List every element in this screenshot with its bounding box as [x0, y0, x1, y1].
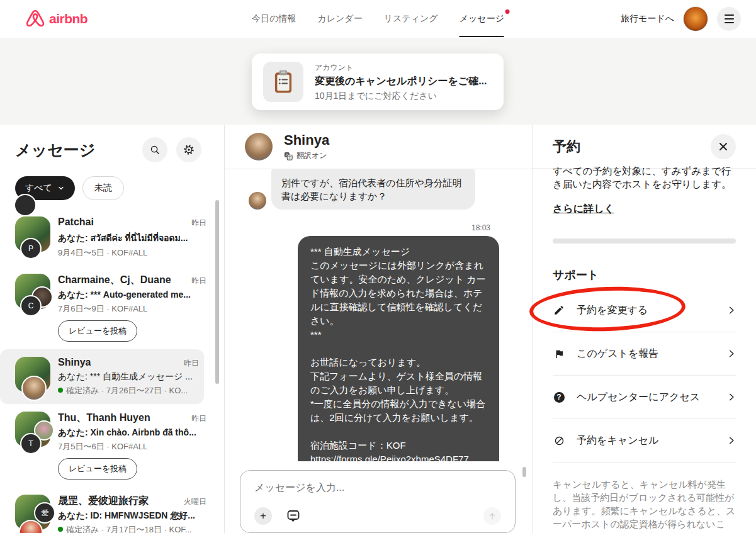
airbnb-belo-icon — [25, 9, 45, 29]
conversation-preview: あなた: สวัสดีค่ะ ที่นี่ไม่มีที่จอดม... — [58, 231, 206, 245]
support-row-help-center[interactable]: ? ヘルプセンターにアクセス — [553, 376, 736, 419]
incoming-message-bubble: 別件ですが、宿泊代表者の住所や身分証明書は必要になりますか？ — [271, 169, 475, 210]
learn-more-link[interactable]: さらに詳しく — [553, 203, 614, 216]
conversation-preview: あなた: *** 自動生成メッセージ ... — [58, 371, 199, 383]
avatar: 爱 — [15, 495, 50, 530]
unread-notification-dot — [505, 9, 510, 14]
message-timestamp: 18:03 — [249, 223, 490, 232]
conversation-time: 昨日 — [191, 218, 206, 228]
conversation-item-shenggang[interactable]: 爱 晟罡、爱彼迎旅行家 火曜日 あなた: ID: HMFNWJSEDN 您好..… — [0, 487, 224, 533]
confirmed-dot — [58, 388, 63, 393]
messages-sidebar: メッセージ すべて — [0, 125, 225, 533]
nav-item-listings[interactable]: リスティング — [384, 1, 438, 37]
support-section-title: サポート — [553, 267, 736, 283]
main-layout: メッセージ すべて — [0, 125, 756, 533]
airbnb-wordmark: airbnb — [49, 11, 87, 26]
message-composer: + — [240, 470, 516, 533]
conversation-meta: 7月6日〜9日 · KOF#ALL — [58, 303, 206, 315]
avatar — [15, 357, 50, 392]
nav-item-today[interactable]: 今日の情報 — [252, 1, 296, 37]
close-icon — [719, 142, 728, 151]
travel-mode-link[interactable]: 旅行モードへ — [621, 13, 674, 25]
panel-title: 予約 — [553, 137, 580, 156]
chevron-right-icon — [727, 306, 736, 315]
conversation-name: Patchai — [58, 216, 94, 228]
conversation-meta: 7月5日〜6日 · KOF#ALL — [58, 441, 206, 452]
menu-button[interactable] — [717, 7, 741, 31]
banner-text: アカウント 変更後のキャンセルポリシーをご確... 10月1日までにご対応くださ… — [315, 62, 487, 102]
conversation-meta: 9月4日〜5日 · KOF#ALL — [58, 247, 206, 259]
reservation-panel: 予約 すべての予約を対象に、すみずみまで行き届いた内容でホストをお守りします。 … — [532, 125, 756, 533]
quick-replies-button[interactable] — [286, 508, 301, 524]
conversation-time: 昨日 — [191, 413, 206, 424]
conversation-time: 昨日 — [191, 276, 206, 286]
account-notification-card[interactable]: アカウント 変更後のキャンセルポリシーをご確... 10月1日までにご対応くださ… — [252, 53, 504, 110]
conversation-preview: あなた: ID: HMFNWJSEDN 您好... — [58, 510, 206, 522]
nav-item-calendar[interactable]: カレンダー — [317, 1, 362, 37]
translate-icon: A文 — [284, 152, 293, 160]
top-navbar: airbnb 今日の情報 カレンダー リスティング メッセージ 旅行モードへ — [0, 0, 756, 38]
support-row-change-reservation[interactable]: 予約を変更する — [553, 289, 736, 332]
chevron-right-icon — [727, 349, 736, 358]
translation-label: 翻訳オン — [296, 150, 327, 161]
send-arrow-icon — [488, 512, 497, 520]
support-row-report-guest[interactable]: このゲストを報告 — [553, 332, 736, 376]
chevron-right-icon — [727, 393, 736, 401]
support-row-cancel-reservation[interactable]: 予約をキャンセル — [553, 419, 736, 463]
chevron-down-icon — [57, 184, 65, 192]
banner-title: 変更後のキャンセルポリシーをご確... — [315, 75, 487, 88]
airbnb-logo[interactable]: airbnb — [25, 9, 87, 29]
message-input[interactable] — [254, 482, 501, 493]
section-progress-bar — [553, 238, 736, 244]
conversation-preview: あなた: Xin chào. Airbnb đã thô... — [58, 427, 206, 439]
avatar: T — [15, 412, 50, 447]
conversation-item-charmaine[interactable]: C Charmaine、Cj、Duane 昨日 あなた: *** Auto-ge… — [0, 266, 224, 349]
svg-text:文: 文 — [288, 155, 291, 159]
send-button[interactable] — [483, 507, 501, 525]
conversation-meta: 確定済み · 7月17日〜18日 · KOF... — [58, 524, 206, 533]
search-button[interactable] — [142, 137, 167, 162]
gear-icon — [183, 144, 195, 155]
aircover-description: すべての予約を対象に、すみずみまで行き届いた内容でホストをお守りします。 — [553, 164, 736, 191]
peer-name: Shinya — [284, 132, 329, 149]
translation-toggle[interactable]: A文 翻訳オン — [284, 150, 329, 161]
conversation-time: 火曜日 — [184, 497, 206, 507]
post-review-button[interactable]: レビューを投稿 — [58, 458, 137, 480]
message-settings-button[interactable] — [176, 137, 201, 162]
banner-category: アカウント — [315, 62, 487, 73]
support-list: 予約を変更する このゲストを報告 — [553, 289, 736, 463]
incoming-message-row: 別件ですが、宿泊代表者の住所や身分証明書は必要になりますか？ — [249, 169, 499, 210]
block-icon — [553, 435, 565, 446]
search-icon — [150, 145, 161, 155]
nav-right: 旅行モードへ — [621, 6, 741, 31]
conversation-item-shinya[interactable]: Shinya 昨日 あなた: *** 自動生成メッセージ ... 確定済み · … — [0, 349, 204, 404]
conversation-name: Thu、Thanh Huyen — [58, 412, 150, 425]
quick-replies-icon — [286, 508, 301, 524]
nav-menu: 今日の情報 カレンダー リスティング メッセージ — [252, 1, 504, 37]
cancel-policy-warning: キャンセルすると、キャンセル料が発生し、当該予約日がブロックされる可能性がありま… — [553, 478, 736, 533]
banner-deadline: 10月1日までにご対応ください — [315, 91, 487, 102]
chevron-right-icon — [727, 436, 736, 445]
nav-item-messages[interactable]: メッセージ — [460, 1, 504, 37]
filter-unread-button[interactable]: 未読 — [82, 176, 124, 200]
chat-header: Shinya A文 翻訳オン — [225, 125, 532, 169]
chat-column: Shinya A文 翻訳オン 別件ですが、宿泊代表者の住所や身分証明書は必要にな… — [225, 125, 532, 533]
chat-scrollbar[interactable] — [522, 467, 526, 477]
flag-icon — [553, 349, 565, 359]
outgoing-message-bubble: *** 自動生成メッセージ このメッセージには外部リンクが含まれています。安全の… — [298, 236, 499, 461]
conversation-name: 晟罡、爱彼迎旅行家 — [58, 495, 149, 508]
peer-avatar[interactable] — [245, 133, 273, 160]
post-review-button[interactable]: レビューを投稿 — [58, 320, 137, 342]
avatar: C — [15, 274, 50, 309]
conversation-item-thu[interactable]: T Thu、Thanh Huyen 昨日 あなた: Xin chào. Airb… — [0, 404, 224, 487]
question-icon: ? — [553, 392, 565, 403]
sidebar-scrollbar[interactable] — [215, 200, 219, 384]
conversation-item-patchai[interactable]: P Patchai 昨日 あなた: สวัสดีค่ะ ที่นี่ไม่มีท… — [0, 209, 224, 266]
pencil-icon — [553, 305, 565, 316]
add-attachment-button[interactable]: + — [254, 507, 272, 525]
confirmed-dot — [58, 527, 63, 532]
avatar: P — [15, 216, 50, 252]
close-panel-button[interactable] — [711, 134, 736, 159]
profile-avatar[interactable] — [683, 6, 708, 31]
conversation-name: Charmaine、Cj、Duane — [58, 274, 171, 287]
